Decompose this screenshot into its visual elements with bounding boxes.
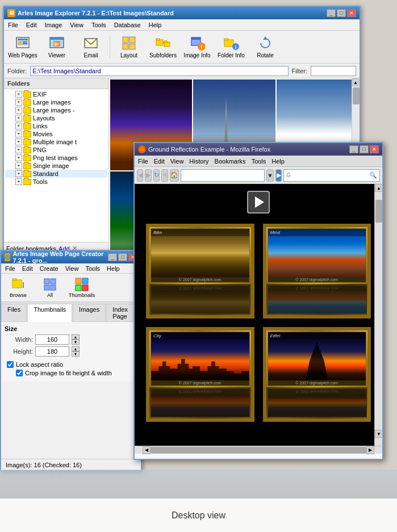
creator-menu-help[interactable]: Help bbox=[105, 265, 122, 273]
tree-expand-standard[interactable]: + bbox=[15, 170, 22, 177]
ff-back-btn[interactable]: ◀ bbox=[137, 169, 143, 182]
scroll-thumb[interactable] bbox=[353, 87, 360, 104]
ff-content-play-btn[interactable] bbox=[247, 191, 270, 213]
tab-images[interactable]: Images bbox=[73, 304, 106, 321]
explorer-maximize-btn[interactable]: □ bbox=[337, 9, 346, 17]
layout-button[interactable]: Layout bbox=[112, 33, 145, 61]
tree-item-large2[interactable]: + Large images - bbox=[5, 106, 107, 114]
ff-hscroll-left-btn[interactable]: ◀ bbox=[143, 446, 151, 454]
scroll-up-btn[interactable]: ▲ bbox=[352, 78, 359, 86]
ff-hscroll-thumb[interactable] bbox=[151, 447, 366, 454]
folder-info-button[interactable]: i Folder Info bbox=[215, 33, 248, 61]
gallery-item-bike[interactable]: Bike © 2007 diginalpitch.com © 2007 digi… bbox=[146, 224, 254, 319]
ff-home-btn[interactable]: 🏠 bbox=[170, 169, 179, 182]
width-down-btn[interactable]: ▼ bbox=[72, 340, 80, 345]
tree-expand-pngtest[interactable]: + bbox=[15, 154, 22, 161]
ff-menu-tools[interactable]: Tools bbox=[252, 158, 266, 165]
ff-search-input[interactable] bbox=[291, 172, 369, 179]
tree-expand-large[interactable]: + bbox=[15, 99, 22, 106]
ff-menu-bookmarks[interactable]: Bookmarks bbox=[215, 158, 246, 165]
explorer-menu-tools[interactable]: Tools bbox=[90, 21, 108, 29]
explorer-menu-edit[interactable]: Edit bbox=[24, 21, 39, 29]
ff-scroll-down-btn[interactable]: ▼ bbox=[375, 430, 382, 438]
gallery-item-city[interactable]: City © 2007 diginalpitch.com bbox=[146, 327, 254, 422]
ff-scroll-thumb[interactable] bbox=[375, 200, 382, 223]
tree-item-layouts[interactable]: + Layouts bbox=[5, 114, 107, 122]
all-button[interactable]: All bbox=[35, 275, 65, 300]
explorer-menu-help[interactable]: Help bbox=[147, 21, 164, 29]
width-up-btn[interactable]: ▲ bbox=[72, 334, 80, 340]
ff-stop-btn[interactable]: ✕ bbox=[161, 169, 168, 182]
tree-expand-layouts[interactable]: + bbox=[15, 115, 22, 122]
firefox-vscrollbar[interactable]: ▲ ▼ bbox=[374, 184, 382, 446]
tree-expand-multi[interactable]: + bbox=[15, 139, 22, 145]
tree-item-movies[interactable]: + Movies bbox=[5, 130, 107, 138]
tree-expand-png[interactable]: + bbox=[15, 146, 22, 153]
lock-aspect-checkbox[interactable] bbox=[7, 361, 14, 368]
tree-item-single[interactable]: + Single image bbox=[5, 162, 107, 170]
firefox-minimize-btn[interactable]: _ bbox=[349, 145, 358, 153]
crop-image-checkbox[interactable] bbox=[16, 370, 23, 376]
tab-files[interactable]: Files bbox=[1, 304, 27, 321]
creator-menu-edit[interactable]: Edit bbox=[20, 265, 35, 273]
tree-item-pngtest[interactable]: + Png test images bbox=[5, 154, 107, 162]
ff-search-btn[interactable]: 🔍 bbox=[369, 171, 377, 179]
explorer-menu-image[interactable]: Image bbox=[43, 21, 64, 29]
ff-url-input[interactable] bbox=[181, 169, 265, 182]
explorer-minimize-btn[interactable]: _ bbox=[327, 9, 336, 17]
tree-item-links[interactable]: + Links bbox=[5, 122, 107, 130]
ff-forward-btn[interactable]: ▶ bbox=[145, 169, 151, 182]
ff-menu-history[interactable]: History bbox=[189, 158, 208, 165]
ff-reload-btn[interactable]: ↻ bbox=[153, 169, 160, 182]
ff-go-dropdown[interactable]: ▼ bbox=[266, 169, 274, 182]
thumbnails-button[interactable]: Thumbnails bbox=[67, 275, 97, 300]
explorer-menu-view[interactable]: View bbox=[68, 21, 85, 29]
creator-menu-create[interactable]: Create bbox=[38, 265, 60, 273]
web-pages-button[interactable]: Web Pages bbox=[6, 33, 39, 61]
tree-item-multi[interactable]: + Multiple image t bbox=[5, 138, 107, 146]
rotate-button[interactable]: Rotate bbox=[249, 33, 282, 61]
explorer-close-btn[interactable]: ✕ bbox=[347, 9, 356, 17]
viewer-button[interactable]: Viewer bbox=[40, 33, 73, 61]
tree-item-png[interactable]: + PNG bbox=[5, 146, 107, 154]
filter-input[interactable] bbox=[311, 66, 356, 76]
subfolders-button[interactable]: Subfolders bbox=[147, 33, 179, 61]
tree-expand-exif[interactable]: + bbox=[15, 91, 22, 98]
explorer-menu-database[interactable]: Database bbox=[112, 21, 143, 29]
creator-minimize-btn[interactable]: _ bbox=[108, 253, 117, 261]
tree-item-standard[interactable]: + Standard bbox=[5, 170, 107, 178]
gallery-item-mind[interactable]: Mind © 2007 diginalpitch.com © 2007 digi… bbox=[263, 224, 371, 319]
height-input[interactable] bbox=[35, 346, 69, 357]
tree-item-exif[interactable]: + EXIF bbox=[5, 90, 107, 98]
ff-menu-file[interactable]: File bbox=[138, 158, 148, 165]
folder-address-input[interactable] bbox=[30, 66, 288, 76]
width-spinner[interactable]: ▲ ▼ bbox=[72, 334, 80, 345]
ff-play-media-btn[interactable]: ▶ bbox=[275, 169, 282, 182]
tree-expand-tools[interactable]: + bbox=[15, 178, 22, 185]
gallery-item-eiffel[interactable]: Eiffel © 2007 diginalpitch.com bbox=[263, 327, 371, 422]
ff-scroll-up-btn[interactable]: ▲ bbox=[375, 184, 382, 192]
tree-expand-links[interactable]: + bbox=[15, 123, 22, 129]
browse-button[interactable]: Browse bbox=[3, 275, 33, 300]
tree-expand-movies[interactable]: + bbox=[15, 131, 22, 137]
tab-thumbnails[interactable]: Thumbnails bbox=[27, 304, 72, 322]
height-down-btn[interactable]: ▼ bbox=[72, 351, 80, 357]
tree-item-large[interactable]: + Large images bbox=[5, 98, 107, 106]
ff-menu-view[interactable]: View bbox=[170, 158, 184, 165]
tree-expand-single[interactable]: + bbox=[15, 162, 22, 169]
creator-menu-tools[interactable]: Tools bbox=[83, 265, 102, 273]
ff-hscroll-right-btn[interactable]: ▶ bbox=[366, 446, 374, 454]
tree-item-tools[interactable]: + Tools bbox=[5, 178, 107, 186]
tree-expand-large2[interactable]: + bbox=[15, 107, 22, 114]
width-input[interactable] bbox=[35, 334, 69, 345]
firefox-maximize-btn[interactable]: □ bbox=[360, 145, 369, 153]
creator-maximize-btn[interactable]: □ bbox=[118, 253, 127, 261]
height-up-btn[interactable]: ▲ bbox=[72, 346, 80, 351]
height-spinner[interactable]: ▲ ▼ bbox=[72, 346, 80, 357]
email-button[interactable]: Email bbox=[74, 33, 107, 61]
image-info-button[interactable]: i Image Info bbox=[181, 33, 214, 61]
creator-menu-view[interactable]: View bbox=[64, 265, 81, 273]
explorer-menu-file[interactable]: File bbox=[6, 21, 20, 29]
ff-menu-help[interactable]: Help bbox=[271, 158, 285, 165]
creator-menu-file[interactable]: File bbox=[3, 265, 17, 273]
